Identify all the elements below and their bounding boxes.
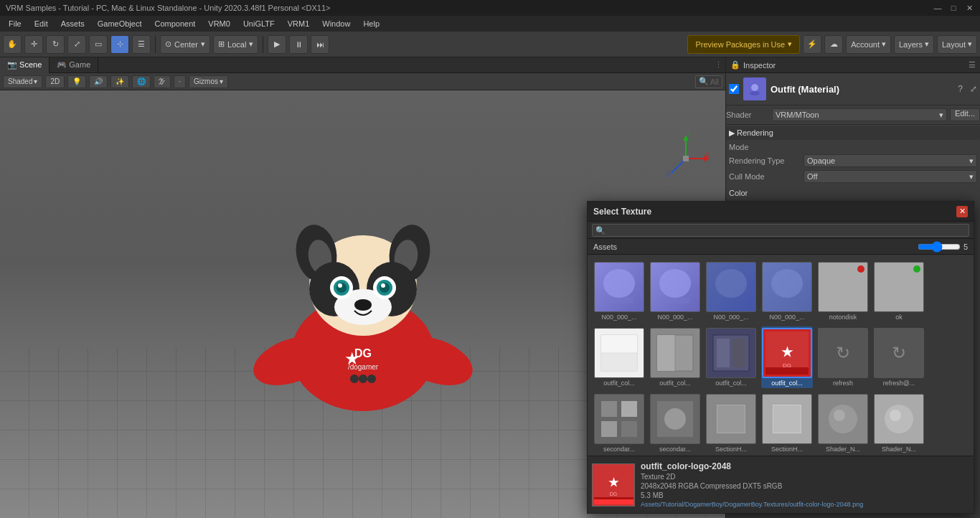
cull-mode-dropdown[interactable]: Off ▾ [804, 170, 977, 183]
texture-item-secondary2[interactable]: secondar... [649, 392, 701, 454]
minimize-button[interactable]: — [933, 3, 943, 13]
texture-item-refresh[interactable]: ↻ refresh [817, 326, 869, 388]
texture-item-outfit-dark2[interactable]: outfit_col... [705, 326, 757, 388]
pivot-dropdown[interactable]: ⊙ Center ▾ [160, 35, 210, 54]
scene-options-button[interactable]: ⋮ [712, 60, 725, 70]
account-dropdown[interactable]: Account ▾ [846, 35, 891, 54]
lighting-button[interactable]: 💡 [67, 75, 86, 88]
shader-dropdown[interactable]: VRM/MToon ▾ [772, 108, 947, 121]
rect-tool-button[interactable]: ▭ [89, 35, 108, 54]
menu-component[interactable]: Component [149, 18, 201, 29]
2d-button[interactable]: 2D [45, 75, 65, 88]
gizmo-svg: Y X Z [661, 133, 711, 184]
pivot-label: Center [174, 40, 198, 49]
texture-item-ok[interactable]: ok [873, 260, 925, 322]
particles-button[interactable]: · [174, 75, 186, 88]
rendering-type-label: Rendering Type [729, 156, 801, 165]
svg-point-37 [751, 84, 758, 91]
game-tab[interactable]: 🎮 Game [50, 57, 98, 73]
dialog-search-input[interactable] [592, 224, 969, 237]
rendering-type-dropdown[interactable]: Opaque ▾ [804, 154, 977, 167]
svg-rect-47 [601, 353, 637, 371]
footer-thumbnail: ★ DG [592, 463, 635, 507]
cloud-button[interactable]: ☁ [824, 35, 843, 54]
fog-button[interactable]: 🌫 [154, 75, 171, 88]
texture-item-n00-4[interactable]: N00_000_... [761, 260, 813, 322]
svg-point-64 [664, 408, 686, 430]
svg-point-44 [771, 269, 803, 298]
menu-help[interactable]: Help [357, 18, 385, 29]
texture-item-n00-3[interactable]: N00_000_... [705, 260, 757, 322]
hand-tool-button[interactable]: ✋ [3, 35, 22, 54]
texture-item-notondisk[interactable]: notondisk [817, 260, 869, 322]
move-tool-button[interactable]: ✛ [24, 35, 43, 54]
layout-dropdown[interactable]: Layout ▾ [937, 35, 977, 54]
dialog-close-button[interactable]: ✕ [956, 206, 968, 217]
menu-unigltf[interactable]: UniGLTF [237, 18, 281, 29]
footer-texture-type: Texture 2D [641, 473, 969, 481]
texture-item-shadern2[interactable]: Shader_N... [873, 392, 925, 454]
menu-file[interactable]: File [3, 18, 27, 29]
custom-tool-button[interactable]: ☰ [132, 35, 151, 54]
window-title: VRM Samples - Tutorial - PC, Mac & Linux… [6, 4, 330, 12]
transform-tool-button[interactable]: ⊹ [110, 35, 129, 54]
shader-edit-button[interactable]: Edit... [950, 108, 980, 121]
preview-packages-button[interactable]: Preview Packages in Use ▾ [687, 35, 800, 54]
shading-dropdown[interactable]: Shaded ▾ [3, 75, 42, 88]
texture-label: secondar... [650, 446, 700, 453]
svg-rect-46 [601, 335, 637, 353]
close-button[interactable]: ✕ [964, 3, 974, 13]
material-options[interactable]: ⤢ [970, 84, 977, 94]
texture-item-n00-2[interactable]: N00_000_... [649, 260, 701, 322]
skybox-button[interactable]: 🌐 [132, 75, 151, 88]
menu-assets[interactable]: Assets [55, 18, 90, 29]
rendering-type-value: Opaque [807, 156, 835, 165]
play-button[interactable]: ▶ [268, 35, 286, 54]
texture-size-slider[interactable] [918, 242, 961, 251]
texture-label: outfit_col... [706, 380, 756, 387]
texture-item-n00-1[interactable]: N00_000_... [593, 260, 645, 322]
texture-item-outfit-white[interactable]: outfit_col... [593, 326, 645, 388]
menu-bar: File Edit Assets GameObject Component VR… [0, 16, 980, 32]
menu-edit[interactable]: Edit [29, 18, 54, 29]
effects-button[interactable]: ✨ [110, 75, 129, 88]
rendering-section[interactable]: ▶ Rendering [726, 126, 980, 140]
menu-vrm1[interactable]: VRM1 [282, 18, 316, 29]
svg-text:X: X [705, 151, 710, 159]
rendering-label: Rendering [737, 128, 773, 137]
texture-item-outfit-dark[interactable]: outfit_col... [649, 326, 701, 388]
gizmos-button[interactable]: Gizmos ▾ [189, 75, 228, 88]
local-dropdown[interactable]: ⊞ Local ▾ [213, 35, 258, 54]
texture-item-shadern1[interactable]: Shader_N... [817, 392, 869, 454]
maximize-button[interactable]: □ [948, 3, 958, 13]
collab-button[interactable]: ⚡ [803, 35, 821, 54]
account-label: Account [851, 40, 880, 49]
rotate-tool-button[interactable]: ↻ [46, 35, 65, 54]
layers-dropdown[interactable]: Layers ▾ [894, 35, 934, 54]
inspector-options[interactable]: ☰ [969, 60, 976, 70]
material-enabled-checkbox[interactable] [729, 84, 739, 94]
menu-vrm0[interactable]: VRM0 [202, 18, 236, 29]
scene-search[interactable]: 🔍 All [695, 75, 722, 88]
scale-tool-button[interactable]: ⤢ [67, 35, 86, 54]
texture-thumb: ↻ [818, 328, 868, 378]
audio-button[interactable]: 🔊 [89, 75, 108, 88]
search-placeholder: All [710, 77, 719, 86]
texture-item-outfit-red[interactable]: ★ DG outfit_col... [761, 326, 813, 388]
texture-item-sectionh2[interactable]: SectionH... [761, 392, 813, 454]
dialog-texture-grid[interactable]: N00_000_... N00_000_... N00_000_... N00_… [588, 255, 974, 456]
menu-gameobject[interactable]: GameObject [92, 18, 148, 29]
step-button[interactable]: ⏭ [311, 35, 329, 54]
texture-thumb: ★ DG [762, 328, 812, 378]
scene-tab[interactable]: 📷 Scene [0, 57, 50, 73]
texture-item-refresh2[interactable]: ↻ refresh@... [873, 326, 925, 388]
texture-label: N00_000_... [650, 314, 700, 321]
menu-window[interactable]: Window [316, 18, 356, 29]
svg-point-68 [890, 410, 901, 421]
svg-point-39 [603, 269, 635, 298]
texture-item-sectionh1[interactable]: SectionH... [705, 392, 757, 454]
material-help[interactable]: ? [958, 84, 963, 94]
texture-item-secondary1[interactable]: secondar... [593, 392, 645, 454]
pause-button[interactable]: ⏸ [289, 35, 308, 54]
svg-rect-76 [594, 499, 633, 504]
